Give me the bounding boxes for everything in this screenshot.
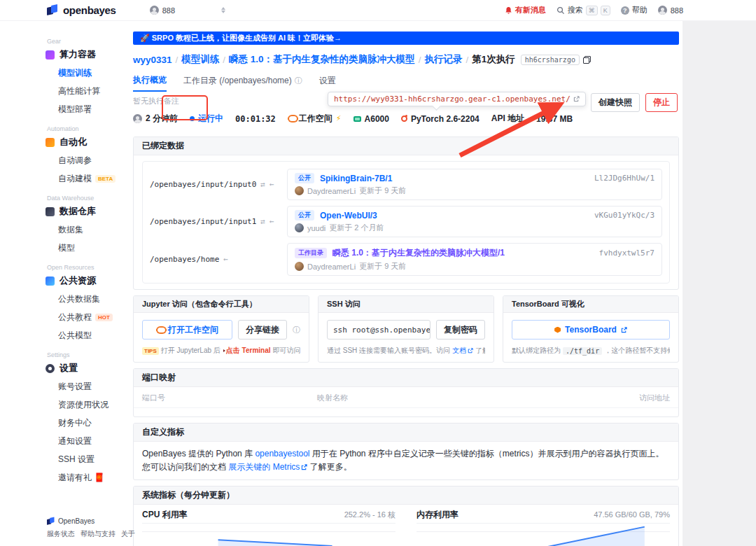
sidebar-item-datasets[interactable]: 数据集	[58, 224, 126, 236]
sidebar-item-resource-usage[interactable]: 资源使用状况	[58, 399, 126, 411]
workdir-badge: 工作目录	[295, 248, 327, 258]
info-icon: ⓘ	[295, 76, 302, 86]
footer-link-support[interactable]: 帮助与支持	[80, 529, 115, 539]
dataset-updated: 更新于 9 天前	[359, 186, 406, 196]
tensorboard-label: TensorBoard	[565, 325, 617, 335]
sidebar-item-model-training[interactable]: 模型训练	[58, 67, 126, 79]
elapsed-time: 00:01:32	[235, 114, 276, 124]
sidebar-item-notification-settings[interactable]: 通知设置	[58, 435, 126, 447]
api-url-tooltip: https://wyy0331-hh6crsharzgo.gear-c1.ope…	[328, 92, 586, 106]
gpu-icon	[354, 116, 361, 122]
footer-link-service-status[interactable]: 服务状态	[47, 529, 75, 539]
breadcrumb-model-training[interactable]: 模型训练	[181, 53, 219, 66]
port-mapping-card: 端口映射 端口号 映射名称 访问地址	[133, 368, 679, 417]
sidebar-item-referral[interactable]: 邀请有礼 🧧	[58, 472, 126, 484]
stop-button[interactable]: 停止	[645, 93, 678, 112]
exec-note-placeholder[interactable]: 暂无执行备注	[133, 96, 179, 106]
tab-settings[interactable]: 设置	[319, 74, 336, 92]
open-workspace-label: 打开工作空间	[168, 324, 218, 336]
metrics-docs-link[interactable]: 展示关键的 Metrics	[228, 461, 307, 474]
memory-usage-value: 47.56 GB/60 GB, 79%	[594, 510, 670, 519]
workspace-switch-chevrons[interactable]	[221, 7, 225, 13]
openbayes-logo[interactable]: openbayes	[47, 4, 116, 16]
beta-badge: BETA	[95, 175, 115, 183]
sidebar-section-automation[interactable]: 自动化	[46, 136, 126, 148]
sidebar-section-compute[interactable]: 算力容器	[46, 48, 126, 61]
sidebar-item-hpc[interactable]: 高性能计算	[58, 85, 126, 97]
sidebar-item-model-deploy[interactable]: 模型部署	[58, 104, 126, 115]
dataset-author[interactable]: DaydreamerLi	[307, 187, 356, 195]
sidebar-item-models[interactable]: 模型	[58, 242, 126, 254]
sidebar-section-public-resources[interactable]: 公共资源	[46, 274, 126, 287]
sidebar-item-auto-modeling[interactable]: 自动建模 BETA	[58, 173, 126, 185]
tips-click-terminal[interactable]: 点击 Terminal	[226, 346, 271, 356]
dataset-id: vKGu01yYkQc/3	[594, 211, 654, 220]
sidebar-item-ssh-settings[interactable]: SSH 设置	[58, 454, 126, 465]
footer-link-about[interactable]: 关于	[121, 529, 135, 539]
copy-password-button[interactable]: 复制密码	[436, 320, 485, 340]
swap-binding-icon[interactable]: ⇄	[260, 217, 265, 226]
arrow-left-icon: ←	[270, 217, 274, 226]
help-icon	[621, 6, 629, 15]
workspace-switcher[interactable]: 888	[150, 6, 175, 15]
search-control[interactable]: 搜索 ⌘ K	[556, 5, 610, 15]
jupyter-icon	[288, 115, 295, 122]
docs-link[interactable]: 文档	[452, 346, 473, 356]
swap-binding-icon[interactable]: ⇄	[260, 180, 265, 189]
tab-working-dir[interactable]: 工作目录 (/openbayes/home) ⓘ	[183, 74, 302, 92]
sidebar-section-data-warehouse[interactable]: 数据仓库	[46, 205, 126, 218]
dataset-link[interactable]: Open-WebUI/3	[320, 211, 377, 220]
mount-path: /openbayes/input/input0	[150, 180, 256, 189]
breadcrumb-separator: /	[176, 55, 178, 65]
sidebar-group-settings: Settings	[47, 351, 126, 358]
sidebar-item-label: 公共教程	[58, 312, 92, 323]
help-link[interactable]: 帮助	[621, 5, 648, 15]
main-content: 🚀 SRPO 教程已上线，让图像生成告别 AI 味！立即体验→ wyy0331/…	[126, 21, 682, 546]
dataset-updated: 更新于 9 天前	[359, 261, 406, 272]
sidebar-item-public-models[interactable]: 公共模型	[58, 330, 126, 342]
dataset-link[interactable]: SpikingBrain-7B/1	[320, 174, 392, 183]
tab-label: 工作目录 (/openbayes/home)	[183, 75, 292, 87]
sidebar-section-title: 公共资源	[59, 274, 96, 287]
open-workspace-button[interactable]: 打开工作空间	[142, 320, 232, 340]
col-access-address: 访问地址	[639, 393, 670, 403]
breadcrumb-project[interactable]: 瞬悉 1.0：基于内生复杂性的类脑脉冲大模型	[229, 53, 415, 66]
api-address-link[interactable]: API 地址	[491, 113, 524, 125]
started-time-ago: 2 分钟前	[146, 113, 178, 125]
promo-banner[interactable]: 🚀 SRPO 教程已上线，让图像生成告别 AI 味！立即体验→	[133, 31, 679, 45]
sidebar-section-settings[interactable]: 设置	[46, 362, 126, 374]
create-snapshot-button[interactable]: 创建快照	[591, 93, 640, 112]
cmd-key-badge: ⌘	[586, 6, 598, 15]
share-link-button[interactable]: 分享链接	[238, 320, 287, 340]
sidebar-section-title: 自动化	[59, 136, 87, 148]
breadcrumb-exec-records[interactable]: 执行记录	[424, 53, 462, 66]
sidebar-item-billing-center[interactable]: 财务中心	[58, 417, 126, 429]
metrics-docs-label: 展示关键的 Metrics	[228, 461, 300, 474]
dataset-author[interactable]: yuudi	[307, 224, 326, 232]
sidebar-item-auto-tuning[interactable]: 自动调参	[58, 155, 126, 167]
docs-link-label: 文档	[452, 346, 466, 356]
tab-exec-overview[interactable]: 执行概览	[133, 74, 167, 92]
dataset-link[interactable]: 瞬悉 1.0：基于内生复杂性的类脑脉冲大模型/1	[332, 247, 505, 259]
running-state-label: 运行中	[198, 113, 223, 125]
account-menu[interactable]: 888	[658, 6, 683, 15]
breadcrumb-user[interactable]: wyy0331	[133, 55, 172, 65]
run-id-chip: hh6crsharzgo	[521, 55, 580, 65]
copy-run-id-icon[interactable]	[583, 56, 591, 64]
system-metrics-title: 系统指标（每分钟更新）	[134, 486, 678, 505]
cpu-usage-chart: CPU 利用率252.2% - 16 核	[142, 509, 396, 546]
info-icon[interactable]: ⓘ	[293, 325, 300, 335]
tf-dir-code: ./tf_dir	[563, 347, 602, 355]
sidebar-item-public-tutorials[interactable]: 公共教程 HOT	[58, 312, 126, 323]
notifications-link[interactable]: 有新消息	[505, 5, 546, 15]
external-link-icon[interactable]	[573, 96, 580, 102]
jupyter-icon	[156, 326, 164, 334]
cpu-usage-value: 252.2% - 16 核	[344, 510, 396, 520]
sidebar-item-public-datasets[interactable]: 公共数据集	[58, 293, 126, 305]
workspace-link[interactable]: 工作空间⚡	[288, 113, 342, 125]
openbayestool-link[interactable]: openbayestool	[255, 447, 309, 461]
sidebar-item-account-settings[interactable]: 账号设置	[58, 381, 126, 393]
dataset-author[interactable]: DaydreamerLi	[307, 262, 356, 271]
tensorboard-button[interactable]: TensorBoard	[512, 320, 670, 340]
ssh-command-box[interactable]: ssh root@ssh.openbayes.com	[327, 320, 430, 340]
